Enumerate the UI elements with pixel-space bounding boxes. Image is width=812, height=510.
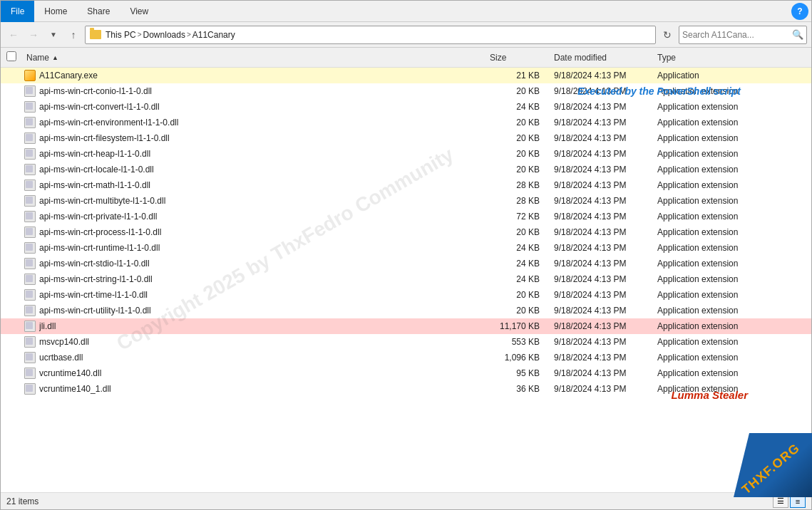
file-date: 9/18/2024 4:13 PM [551, 274, 654, 284]
dll-icon [24, 241, 36, 254]
dll-icon [24, 163, 36, 176]
file-type: Application extension [654, 337, 811, 347]
file-name: vcruntime140.dll [39, 368, 487, 378]
annotation-lumma: Lumma Stealer [671, 389, 748, 401]
file-name: api-ms-win-crt-convert-l1-1-0.dll [39, 102, 487, 112]
table-row[interactable]: api-ms-win-crt-string-l1-1-0.dll24 KB9/1… [1, 271, 811, 287]
file-name: api-ms-win-crt-time-l1-1-0.dll [39, 290, 487, 300]
file-type: Application extension [654, 212, 811, 222]
file-size: 1,096 KB [487, 353, 551, 363]
dll-icon [24, 100, 36, 113]
up-button[interactable]: ↑ [65, 26, 82, 43]
dll-icon [24, 335, 36, 348]
table-row[interactable]: api-ms-win-crt-stdio-l1-1-0.dll24 KB9/18… [1, 256, 811, 271]
address-bar: ← → ▼ ↑ This PC > Downloads > A11Canary … [1, 22, 811, 48]
file-date: 9/18/2024 4:13 PM [551, 102, 654, 112]
file-size: 20 KB [487, 290, 551, 300]
dll-icon [24, 210, 36, 223]
file-type: Application extension [654, 368, 811, 378]
file-list-area: Name ▲ Size Date modified Type A11Canary… [1, 48, 811, 492]
file-date: 9/18/2024 4:13 PM [551, 71, 654, 80]
table-row[interactable]: api-ms-win-crt-locale-l1-1-0.dll20 KB9/1… [1, 162, 811, 177]
file-size: 72 KB [487, 212, 551, 222]
col-header-name[interactable]: Name ▲ [24, 53, 487, 63]
file-date: 9/18/2024 4:13 PM [551, 337, 654, 347]
table-row[interactable]: api-ms-win-crt-utility-l1-1-0.dll20 KB9/… [1, 303, 811, 318]
file-name: api-ms-win-crt-string-l1-1-0.dll [39, 274, 487, 284]
tab-view[interactable]: View [120, 1, 158, 22]
sort-arrow-name: ▲ [52, 54, 58, 61]
file-size: 20 KB [487, 133, 551, 143]
table-row[interactable]: api-ms-win-crt-math-l1-1-0.dll28 KB9/18/… [1, 177, 811, 193]
table-row[interactable]: api-ms-win-crt-heap-l1-1-0.dll20 KB9/18/… [1, 146, 811, 162]
dll-icon [24, 147, 36, 160]
table-row[interactable]: api-ms-win-crt-time-l1-1-0.dll20 KB9/18/… [1, 287, 811, 303]
file-type: Application [654, 71, 811, 80]
col-header-date[interactable]: Date modified [551, 53, 654, 63]
table-row[interactable]: jli.dll11,170 KB9/18/2024 4:13 PMApplica… [1, 318, 811, 334]
dll-icon [24, 257, 36, 270]
file-date: 9/18/2024 4:13 PM [551, 149, 654, 159]
file-size: 20 KB [487, 118, 551, 128]
address-path[interactable]: This PC > Downloads > A11Canary [85, 26, 656, 44]
select-all-checkbox[interactable] [6, 51, 16, 61]
search-input[interactable] [682, 30, 792, 40]
folder-icon [90, 30, 101, 39]
file-date: 9/18/2024 4:13 PM [551, 180, 654, 190]
table-row[interactable]: vcruntime140.dll95 KB9/18/2024 4:13 PMAp… [1, 365, 811, 381]
file-type: Application extension [654, 290, 811, 300]
help-button[interactable]: ? [791, 3, 808, 20]
status-bar: 21 items ☰ ≡ [1, 492, 811, 509]
file-date: 9/18/2024 4:13 PM [551, 243, 654, 253]
table-row[interactable]: api-ms-win-crt-environment-l1-1-0.dll20 … [1, 115, 811, 130]
recent-locations-button[interactable]: ▼ [45, 26, 62, 43]
table-row[interactable]: A11Canary.exe21 KB9/18/2024 4:13 PMAppli… [1, 68, 811, 83]
search-icon[interactable]: 🔍 [792, 29, 803, 40]
file-date: 9/18/2024 4:13 PM [551, 353, 654, 363]
file-size: 553 KB [487, 337, 551, 347]
file-size: 21 KB [487, 71, 551, 80]
file-type: Application extension [654, 165, 811, 175]
file-rows: A11Canary.exe21 KB9/18/2024 4:13 PMAppli… [1, 68, 811, 492]
back-button[interactable]: ← [5, 26, 22, 43]
file-type: Application extension [654, 196, 811, 206]
table-row[interactable]: api-ms-win-crt-convert-l1-1-0.dll24 KB9/… [1, 99, 811, 115]
file-name: api-ms-win-crt-utility-l1-1-0.dll [39, 306, 487, 316]
file-name: ucrtbase.dll [39, 353, 487, 363]
file-name: api-ms-win-crt-private-l1-1-0.dll [39, 212, 487, 222]
col-header-type[interactable]: Type [654, 53, 811, 63]
table-row[interactable]: api-ms-win-crt-process-l1-1-0.dll20 KB9/… [1, 224, 811, 240]
file-type: Application extension [654, 102, 811, 112]
refresh-button[interactable]: ↻ [659, 26, 676, 43]
dll-icon [24, 179, 36, 192]
file-type: Application extension [654, 227, 811, 237]
search-box[interactable]: 🔍 [679, 26, 807, 44]
file-size: 24 KB [487, 259, 551, 269]
dll-icon [24, 367, 36, 380]
file-size: 20 KB [487, 86, 551, 96]
dll-icon [24, 351, 36, 364]
exe-icon [24, 69, 36, 82]
file-size: 20 KB [487, 306, 551, 316]
forward-button[interactable]: → [25, 26, 42, 43]
main-content: Name ▲ Size Date modified Type A11Canary… [1, 48, 811, 492]
file-name: api-ms-win-crt-runtime-l1-1-0.dll [39, 243, 487, 253]
table-row[interactable]: api-ms-win-crt-runtime-l1-1-0.dll24 KB9/… [1, 240, 811, 256]
file-name: vcruntime140_1.dll [39, 384, 487, 394]
tab-home[interactable]: Home [34, 1, 77, 22]
table-row[interactable]: msvcp140.dll553 KB9/18/2024 4:13 PMAppli… [1, 334, 811, 350]
table-row[interactable]: api-ms-win-crt-filesystem-l1-1-0.dll20 K… [1, 130, 811, 146]
dll-icon [24, 320, 36, 333]
table-row[interactable]: api-ms-win-crt-private-l1-1-0.dll72 KB9/… [1, 209, 811, 224]
col-header-size[interactable]: Size [487, 53, 551, 63]
dll-icon [24, 85, 36, 98]
file-date: 9/18/2024 4:13 PM [551, 165, 654, 175]
table-row[interactable]: ucrtbase.dll1,096 KB9/18/2024 4:13 PMApp… [1, 350, 811, 365]
table-row[interactable]: api-ms-win-crt-multibyte-l1-1-0.dll28 KB… [1, 193, 811, 209]
file-size: 20 KB [487, 227, 551, 237]
tab-file[interactable]: File [1, 1, 34, 22]
select-all-check[interactable] [6, 51, 24, 63]
file-date: 9/18/2024 4:13 PM [551, 384, 654, 394]
tab-share[interactable]: Share [77, 1, 120, 22]
file-size: 24 KB [487, 274, 551, 284]
